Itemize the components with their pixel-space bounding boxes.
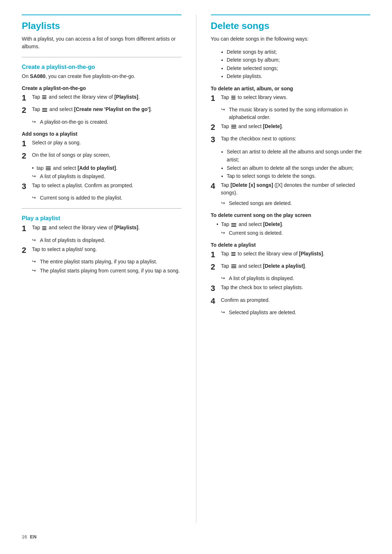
play-step-2-arrow-text-2: The playlist starts playing from current… — [40, 267, 180, 275]
create-step-1: 1 Tap and select the library view of [Pl… — [22, 93, 181, 103]
pl-del-step-4-arrow-text: Selected playlists are deleted. — [229, 309, 297, 316]
add-step-3-content: Tap to select a playlist. Confirm as pro… — [32, 182, 181, 189]
pl-del-step-2-arrow-text: A list of playlists is displayed. — [229, 275, 294, 282]
create-playlist-intro: On SA080, you can create five playlists-… — [22, 73, 181, 80]
del-step-num-3: 3 — [211, 135, 221, 144]
delete-songs-intro: You can delete songs in the following wa… — [211, 35, 371, 43]
pl-del-step-num-2: 2 — [211, 262, 221, 272]
add-step-num-1: 1 — [22, 139, 32, 148]
del-step-4: 4 Tap [Delete [x] songs] ([X] denotes th… — [211, 181, 371, 197]
add-step-3-arrow-text: Current song is added to the playlist. — [40, 194, 122, 202]
bullet-1: Delete songs by artist; — [227, 48, 371, 56]
lines-icon-5 — [231, 264, 236, 268]
play-step-2-arrow-text-1: The entire playlist starts playing, if y… — [40, 258, 157, 266]
bullet-2: Delete songs by album; — [227, 56, 371, 64]
del-step-3-bullets: Select an artist to delete all the album… — [227, 148, 371, 180]
add-step-1: 1 Select or play a song. — [22, 139, 181, 148]
play-step-1-arrow: ↪ A list of playlists is displayed. — [32, 237, 181, 244]
add-step-2-arrow-text: A list of playlists is displayed. — [40, 173, 105, 180]
create-playlist-title: Create a playlist-on-the-go — [22, 64, 181, 70]
del-step-3-content: Tap the checkbox next to options: — [221, 135, 371, 143]
pl-del-step-num-1: 1 — [211, 250, 221, 259]
delete-artist-label: To delete an artist, album, or song — [211, 86, 371, 91]
delete-current-arrow-text: Current song is deleted. — [229, 229, 283, 237]
page-footer: 16 EN — [22, 534, 370, 539]
bullet-3: Delete selected songs; — [227, 64, 371, 72]
arrow-sym-7: ↪ — [221, 106, 228, 113]
del-step-2: 2 Tap and select [Delete]. — [211, 123, 371, 132]
step-1-content: Tap and select the library view of [Play… — [32, 93, 181, 101]
page: Playlists With a playlist, you can acces… — [0, 0, 392, 554]
add-step-2-arrow: ↪ A list of playlists is displayed. — [32, 173, 181, 180]
play-step-num-1: 1 — [22, 224, 32, 233]
pl-del-step-num-4: 4 — [211, 296, 221, 306]
arrow-sym-1: ↪ — [32, 118, 38, 126]
sub-divider-1 — [22, 57, 181, 57]
page-lang: EN — [30, 534, 36, 539]
add-step-2-bullet: • tap and select [Add to playlist]. — [32, 164, 181, 172]
pl-del-step-2: 2 Tap and select [Delete a playlist]. — [211, 262, 371, 272]
del-bullet-3: Tap to select songs to delete the songs. — [227, 172, 371, 180]
pl-del-step-3: 3 Tap the check box to select playlists. — [211, 284, 371, 293]
arrow-sym-3: ↪ — [32, 194, 38, 201]
pl-del-step-2-content: Tap and select [Delete a playlist]. — [221, 262, 371, 270]
pl-del-step-num-3: 3 — [211, 284, 221, 293]
playlists-title: Playlists — [22, 20, 181, 32]
delete-playlist-label: To delete a playlist — [211, 242, 371, 248]
del-step-4-arrow: ↪ Selected songs are deleted. — [221, 200, 371, 207]
page-number: 16 — [22, 534, 27, 539]
step-num-2: 2 — [22, 106, 32, 115]
del-step-2-content: Tap and select [Delete]. — [221, 123, 371, 130]
pl-del-step-4-content: Confirm as prompted. — [221, 296, 371, 304]
play-step-1-content: Tap and select the library view of [Play… — [32, 224, 181, 231]
lines-icon-3 — [231, 125, 236, 128]
pl-del-step-4-arrow: ↪ Selected playlists are deleted. — [221, 309, 371, 316]
del-bullet-1: Select an artist to delete all the album… — [227, 148, 371, 164]
arrow-sym-8: ↪ — [221, 200, 228, 207]
create-step-2-arrow: ↪ A playlist-on-the-go is created. — [32, 118, 181, 126]
step-num-1: 1 — [22, 93, 32, 103]
left-column: Playlists With a playlist, you can acces… — [22, 15, 181, 523]
del-step-1-arrow-text: The music library is sorted by the song … — [229, 106, 371, 121]
arrow-sym-11: ↪ — [221, 309, 228, 316]
grid-icon-3 — [231, 96, 236, 99]
sub-divider-2 — [22, 208, 181, 209]
create-playlist-label: Create a playlist-on-the-go — [22, 85, 181, 91]
play-step-2-arrow-2: ↪ The playlist starts playing from curre… — [32, 267, 181, 275]
add-step-3: 3 Tap to select a playlist. Confirm as p… — [22, 182, 181, 191]
add-step-2-content: On the list of songs or play screen, — [32, 151, 181, 159]
play-step-num-2: 2 — [22, 246, 32, 255]
lines-icon-4 — [231, 223, 236, 227]
add-step-3-arrow: ↪ Current song is added to the playlist. — [32, 194, 181, 202]
play-step-2-content: Tap to select a playlist/ song. — [32, 246, 181, 253]
del-step-4-arrow-text: Selected songs are deleted. — [229, 200, 292, 207]
del-step-num-2: 2 — [211, 123, 221, 132]
add-songs-label: Add songs to a playlist — [22, 131, 181, 137]
grid-icon-4 — [231, 252, 236, 256]
arrow-sym-10: ↪ — [221, 275, 228, 282]
del-step-num-4: 4 — [211, 181, 221, 191]
arrow-sym-6: ↪ — [32, 267, 38, 274]
del-step-4-content: Tap [Delete [x] songs] ([X] denotes the … — [221, 181, 371, 197]
del-step-num-1: 1 — [211, 94, 221, 103]
arrow-sym-5: ↪ — [32, 258, 38, 265]
bullet-4: Delete playlists. — [227, 72, 371, 80]
del-step-1: 1 Tap to select library views. — [211, 94, 371, 103]
col-divider — [196, 15, 196, 523]
top-divider-left — [22, 15, 181, 15]
play-step-2-arrow-1: ↪ The entire playlist starts playing, if… — [32, 258, 181, 266]
add-step-1-content: Select or play a song. — [32, 139, 181, 147]
play-step-1: 1 Tap and select the library view of [Pl… — [22, 224, 181, 233]
columns: Playlists With a playlist, you can acces… — [22, 15, 370, 523]
create-step-2: 2 Tap and select [Create new 'Playlist o… — [22, 106, 181, 115]
play-playlist-title: Play a playlist — [22, 215, 181, 222]
del-step-1-content: Tap to select library views. — [221, 94, 371, 101]
playlists-intro: With a playlist, you can access a list o… — [22, 35, 181, 50]
arrow-sym-4: ↪ — [32, 237, 38, 244]
create-step-2-arrow-text: A playlist-on-the-go is created. — [40, 118, 108, 126]
del-bullet-2: Select an album to delete all the songs … — [227, 164, 371, 172]
play-step-2: 2 Tap to select a playlist/ song. — [22, 246, 181, 255]
arrow-sym-9: ↪ — [221, 229, 228, 237]
delete-current-arrow: ↪ Current song is deleted. — [221, 229, 371, 237]
pl-del-step-1-content: Tap to select the library view of [Playl… — [221, 250, 371, 258]
